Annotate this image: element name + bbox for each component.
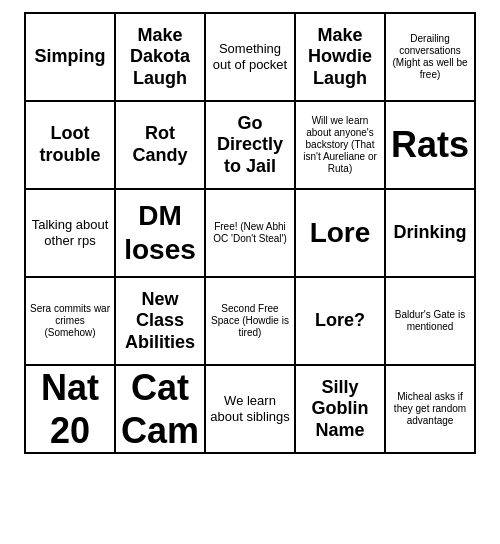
cell-6: Rot Candy — [116, 102, 206, 190]
cell-11: DM loses — [116, 190, 206, 278]
cell-0: Simping — [26, 14, 116, 102]
cell-14: Drinking — [386, 190, 476, 278]
cell-13: Lore — [296, 190, 386, 278]
cell-16: New Class Abilities — [116, 278, 206, 366]
cell-3: Make Howdie Laugh — [296, 14, 386, 102]
cell-21: Cat Cam — [116, 366, 206, 454]
bingo-grid: SimpingMake Dakota LaughSomething out of… — [24, 12, 476, 454]
cell-19: Baldur's Gate is mentioned — [386, 278, 476, 366]
bingo-title — [0, 0, 500, 12]
cell-1: Make Dakota Laugh — [116, 14, 206, 102]
cell-9: Rats — [386, 102, 476, 190]
cell-24: Micheal asks if they get random advantag… — [386, 366, 476, 454]
cell-20: Nat 20 — [26, 366, 116, 454]
cell-10: Talking about other rps — [26, 190, 116, 278]
cell-12: Free! (New Abhi OC 'Don't Steal') — [206, 190, 296, 278]
cell-23: Silly Goblin Name — [296, 366, 386, 454]
cell-7: Go Directly to Jail — [206, 102, 296, 190]
cell-2: Something out of pocket — [206, 14, 296, 102]
cell-18: Lore? — [296, 278, 386, 366]
cell-4: Derailing conversations (Might as well b… — [386, 14, 476, 102]
cell-5: Loot trouble — [26, 102, 116, 190]
cell-17: Second Free Space (Howdie is tired) — [206, 278, 296, 366]
cell-15: Sera commits war crimes (Somehow) — [26, 278, 116, 366]
cell-22: We learn about siblings — [206, 366, 296, 454]
cell-8: Will we learn about anyone's backstory (… — [296, 102, 386, 190]
